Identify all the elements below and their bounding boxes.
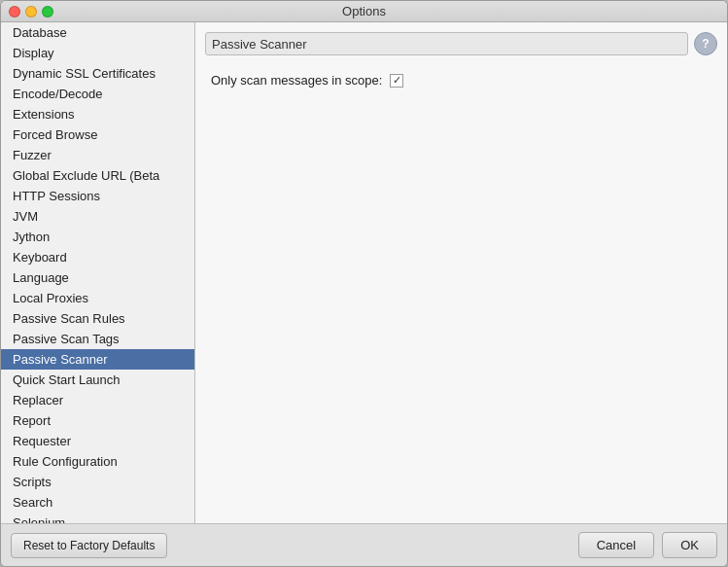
sidebar-item-language[interactable]: Language [1,267,194,288]
sidebar-item-replacer[interactable]: Replacer [1,390,194,410]
sidebar-item-search[interactable]: Search [1,492,194,513]
sidebar-item-http-sessions[interactable]: HTTP Sessions [1,186,194,206]
sidebar: DatabaseDisplayDynamic SSL CertificatesE… [1,22,195,523]
sidebar-item-quick-start[interactable]: Quick Start Launch [1,370,194,390]
titlebar: Options [1,1,727,22]
window-title: Options [342,4,386,18]
sidebar-item-requester[interactable]: Requester [1,431,194,451]
cancel-button[interactable]: Cancel [578,532,654,558]
sidebar-item-local-proxies[interactable]: Local Proxies [1,288,194,308]
minimize-button[interactable] [25,6,37,18]
scope-checkbox[interactable] [390,74,403,88]
sidebar-item-extensions[interactable]: Extensions [1,104,194,124]
sidebar-item-database[interactable]: Database [1,22,194,43]
help-button[interactable]: ? [694,32,717,55]
sidebar-item-scripts[interactable]: Scripts [1,472,194,492]
sidebar-item-rule-config[interactable]: Rule Configuration [1,451,194,472]
sidebar-item-dynamic-ssl[interactable]: Dynamic SSL Certificates [1,63,194,84]
action-buttons: Cancel OK [578,532,717,558]
sidebar-item-global-exclude[interactable]: Global Exclude URL (Beta [1,165,194,186]
scope-option-row: Only scan messages in scope: [205,69,717,91]
sidebar-item-passive-scan-rules[interactable]: Passive Scan Rules [1,308,194,329]
reset-button[interactable]: Reset to Factory Defaults [11,533,167,558]
panel-header: ? [205,32,717,55]
sidebar-item-jvm[interactable]: JVM [1,206,194,227]
scope-option-label: Only scan messages in scope: [211,73,382,88]
sidebar-item-fuzzer[interactable]: Fuzzer [1,145,194,165]
sidebar-item-passive-scan-tags[interactable]: Passive Scan Tags [1,329,194,349]
sidebar-item-passive-scanner[interactable]: Passive Scanner [1,349,194,370]
sidebar-item-jython[interactable]: Jython [1,227,194,247]
maximize-button[interactable] [42,6,53,18]
content-area: DatabaseDisplayDynamic SSL CertificatesE… [1,22,727,523]
sidebar-item-selenium[interactable]: Selenium [1,513,194,523]
main-panel: ? Only scan messages in scope: [195,22,727,523]
sidebar-item-display[interactable]: Display [1,43,194,63]
close-button[interactable] [9,6,20,18]
sidebar-item-encode-decode[interactable]: Encode/Decode [1,84,194,104]
options-window: Options DatabaseDisplayDynamic SSL Certi… [0,0,728,567]
titlebar-buttons [9,6,53,18]
sidebar-item-forced-browse[interactable]: Forced Browse [1,124,194,145]
ok-button[interactable]: OK [662,532,717,558]
bottom-bar: Reset to Factory Defaults Cancel OK [1,523,727,566]
sidebar-item-keyboard[interactable]: Keyboard [1,247,194,267]
panel-title [205,32,688,55]
sidebar-item-report[interactable]: Report [1,410,194,431]
